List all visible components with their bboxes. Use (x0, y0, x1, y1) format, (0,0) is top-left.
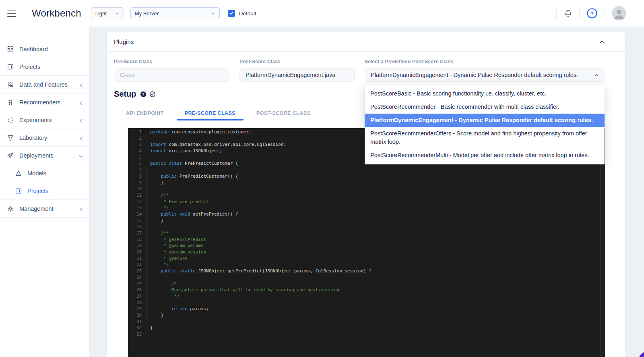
line-number: 29 (128, 306, 142, 312)
sidebar-item-label: Experiments (19, 117, 52, 123)
tab-pre-score-class[interactable]: PRE-SCORE CLASS (177, 107, 244, 119)
post-score-class-input[interactable] (239, 68, 355, 82)
header-divider (25, 7, 25, 19)
line-number: 10 (128, 186, 142, 192)
header-divider (579, 8, 580, 19)
sidebar-item-management[interactable]: Management (0, 200, 89, 218)
line-number: 22 (128, 262, 142, 268)
sidebar-item-label: Projects (27, 188, 48, 194)
code-line: 29 return params; (128, 306, 605, 312)
help-icon[interactable]: ? (586, 8, 598, 19)
funnel-icon (7, 134, 14, 141)
tab-api-endpoint[interactable]: API ENDPOINT (118, 107, 172, 119)
svg-text:?: ? (142, 92, 144, 96)
avatar[interactable] (612, 6, 626, 21)
chevron-down-icon (211, 11, 215, 16)
chevron-down-icon (115, 11, 120, 16)
window-icon (7, 63, 14, 71)
sidebar-item-dashboard[interactable]: Dashboard (0, 40, 89, 58)
theme-select[interactable]: Light (91, 7, 124, 19)
line-number: 31 (128, 319, 142, 325)
app-title: Workbench (32, 8, 81, 19)
plugins-panel-title: Plugins (114, 38, 134, 45)
sidebar-item-projects[interactable]: Projects (0, 58, 89, 76)
gear-icon (7, 205, 14, 212)
post-score-class-label: Post-Score Class (239, 59, 355, 64)
line-number: 3 (128, 141, 142, 148)
sidebar-item-deployments[interactable]: Deployments (0, 147, 89, 164)
line-number: 19 (128, 243, 142, 249)
predefined-post-score-dropdown: PostScoreBasic - Basic scoring functiona… (365, 85, 605, 164)
chevron-left-icon (78, 100, 83, 105)
sidebar-item-experiments[interactable]: Experiments (0, 111, 89, 129)
pre-score-class-input[interactable] (114, 68, 229, 82)
plugins-panel-header: Plugins (107, 32, 625, 52)
setup-tabs: API ENDPOINTPRE-SCORE CLASSPOST-SCORE CL… (118, 107, 323, 119)
plugins-panel: Plugins Pre-Score Class Post-Score Class… (107, 32, 625, 357)
sidebar-item-label: Projects (19, 64, 40, 70)
predefined-post-score-label: Select a Predefined Post-Score Class (365, 59, 605, 64)
chevron-left-icon (78, 135, 83, 140)
dropdown-option[interactable]: PostScoreBasic - Basic scoring functiona… (365, 87, 605, 100)
main-content: Plugins Pre-Score Class Post-Score Class… (90, 27, 644, 357)
sidebar-item-label: Models (27, 170, 46, 176)
line-number: 21 (128, 255, 142, 262)
line-number: 24 (128, 274, 142, 281)
sidebar-item-models[interactable]: Models (0, 164, 89, 182)
paper-plane-icon (7, 152, 14, 159)
dropdown-option[interactable]: PostScoreRecommenderMulti - Model per of… (365, 149, 605, 162)
line-number: 23 (128, 268, 142, 274)
predefined-post-score-field: Select a Predefined Post-Score Class Pla… (365, 59, 605, 82)
dropdown-option[interactable]: PlatformDynamicEngagement - Dynamic Puls… (365, 114, 605, 127)
chevron-up-icon (594, 73, 599, 77)
code-line: 10 (128, 186, 605, 192)
window-icon (15, 187, 22, 195)
line-number: 14 (128, 211, 142, 218)
line-number: 6 (128, 160, 142, 167)
setup-title: Setup (114, 89, 136, 99)
line-number: 30 (128, 312, 142, 319)
line-number: 12 (128, 199, 142, 205)
code-line: 25 /* (128, 281, 605, 287)
server-select[interactable]: My Server (130, 7, 220, 19)
dropdown-option[interactable]: PostScoreRecommenderOffers - Score model… (365, 127, 605, 149)
tab-post-score-class[interactable]: POST-SCORE CLASS (248, 107, 318, 119)
line-number: 2 (128, 135, 142, 142)
sliders-icon (7, 81, 14, 88)
triangle-icon (15, 170, 22, 177)
code-line: 26 Manipulate params that will be used b… (128, 287, 605, 293)
line-number: 16 (128, 224, 142, 230)
code-line: 19 * @param params (128, 243, 605, 249)
line-number: 25 (128, 281, 142, 287)
bell-icon[interactable] (564, 9, 572, 18)
line-number: 1 (128, 129, 142, 135)
chevron-up-icon[interactable] (599, 39, 605, 44)
hamburger-menu-icon[interactable] (7, 9, 19, 18)
code-line: 31 (128, 319, 605, 325)
code-line: 18 * getPostPredict (128, 237, 605, 243)
default-checkbox[interactable] (228, 10, 235, 17)
question-circle-icon[interactable]: ? (140, 91, 147, 98)
line-number: 13 (128, 205, 142, 211)
sidebar-item-data-and-features[interactable]: Data and Features (0, 76, 89, 93)
code-line: 16 (128, 224, 605, 230)
code-line: 8 public PrePredictCustomer() { (128, 173, 605, 180)
header-divider (605, 8, 605, 19)
code-line: 9 } (128, 180, 605, 186)
predefined-post-score-select[interactable]: PlatformDynamicEngagement - Dynamic Puls… (365, 68, 605, 82)
code-line: 22 */ (128, 262, 605, 268)
sidebar-item-projects[interactable]: Projects (0, 182, 89, 200)
svg-text:?: ? (590, 10, 594, 17)
indent-guide (147, 167, 147, 325)
sidebar-item-recommenders[interactable]: Recommenders (0, 93, 89, 111)
code-line: 21 * @return (128, 255, 605, 262)
sidebar-item-laboratory[interactable]: Laboratory (0, 129, 89, 147)
line-number: 7 (128, 167, 142, 173)
default-checkbox-label: Default (239, 10, 256, 17)
code-line: 28 (128, 300, 605, 306)
dropdown-option[interactable]: PostScoreRecommender - Basic recommender… (365, 100, 605, 114)
spinner-dots-icon (7, 116, 14, 124)
line-number: 32 (128, 325, 142, 331)
floating-action-button[interactable] (638, 351, 644, 357)
line-number: 28 (128, 300, 142, 306)
